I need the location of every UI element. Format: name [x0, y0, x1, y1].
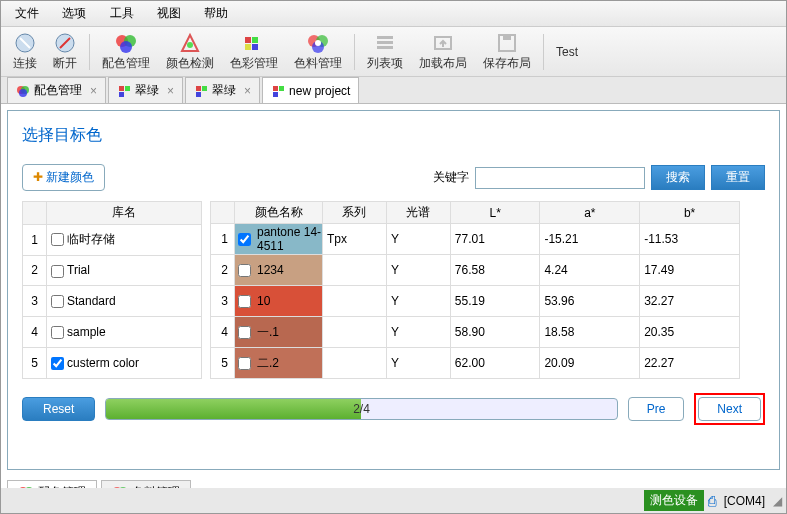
tab-icon [117, 84, 131, 98]
svg-rect-31 [273, 92, 278, 97]
lib-header: 库名 [47, 202, 202, 225]
svg-point-4 [120, 41, 132, 53]
svg-rect-28 [196, 92, 201, 97]
library-row[interactable]: 3Standard [23, 286, 202, 317]
tab-icon [194, 84, 208, 98]
library-row[interactable]: 4sample [23, 317, 202, 348]
search-button[interactable]: 搜索 [651, 165, 705, 190]
reset-search-button[interactable]: 重置 [711, 165, 765, 190]
svg-point-5 [187, 42, 193, 48]
list-items-button[interactable]: 列表项 [359, 29, 411, 74]
keyword-label: 关键字 [433, 169, 469, 186]
menu-view[interactable]: 视图 [147, 3, 191, 24]
tab-green-2[interactable]: 翠绿× [185, 77, 260, 103]
disconnect-button[interactable]: 断开 [45, 29, 85, 74]
library-table: 库名 1临时存储2Trial3Standard4sample5custerm c… [22, 201, 202, 379]
svg-rect-14 [377, 36, 393, 39]
svg-rect-25 [119, 92, 124, 97]
library-row[interactable]: 2Trial [23, 255, 202, 286]
color-checkbox[interactable] [238, 357, 251, 370]
color-table: 颜色名称 系列 光谱 L* a* b* 1pantone 14-4511TpxY… [210, 201, 740, 379]
tab-close-icon[interactable]: × [240, 84, 251, 98]
menu-options[interactable]: 选项 [52, 3, 96, 24]
connect-icon [13, 31, 37, 55]
port-label: [COM4] [720, 494, 769, 508]
svg-rect-6 [245, 37, 251, 43]
list-icon [373, 31, 397, 55]
tab-icon [271, 84, 285, 98]
svg-rect-15 [377, 41, 393, 44]
svg-rect-26 [196, 86, 201, 91]
lib-checkbox[interactable] [51, 265, 64, 278]
tab-bar: 配色管理× 翠绿× 翠绿× new project [1, 77, 786, 104]
detect-icon [178, 31, 202, 55]
lib-checkbox[interactable] [51, 295, 64, 308]
svg-rect-7 [252, 37, 258, 43]
color-checkbox[interactable] [238, 233, 251, 246]
color-mgmt2-button[interactable]: 色彩管理 [222, 29, 286, 74]
material-mgmt-button[interactable]: 色料管理 [286, 29, 350, 74]
palette-icon [242, 31, 266, 55]
color-checkbox[interactable] [238, 264, 251, 277]
color-mgmt-button[interactable]: 配色管理 [94, 29, 158, 74]
tab-color-mgmt[interactable]: 配色管理× [7, 77, 106, 103]
library-row[interactable]: 5custerm color [23, 348, 202, 379]
progress-text: 2/4 [106, 402, 616, 416]
load-icon [431, 31, 455, 55]
svg-rect-16 [377, 46, 393, 49]
menu-help[interactable]: 帮助 [194, 3, 238, 24]
material-icon [306, 31, 330, 55]
color-row[interactable]: 1pantone 14-4511TpxY77.01-15.21-11.53 [211, 224, 740, 255]
svg-point-13 [315, 40, 321, 46]
color-row[interactable]: 5二.2Y62.0020.0922.27 [211, 348, 740, 379]
usb-icon: ⎙ [708, 493, 716, 509]
color-detect-button[interactable]: 颜色检测 [158, 29, 222, 74]
tab-new-project[interactable]: new project [262, 77, 359, 103]
lib-checkbox[interactable] [51, 357, 64, 370]
color-checkbox[interactable] [238, 295, 251, 308]
svg-rect-19 [503, 35, 511, 40]
menu-bar: 文件 选项 工具 视图 帮助 [1, 1, 786, 27]
connect-button[interactable]: 连接 [5, 29, 45, 74]
new-color-button[interactable]: ✚ 新建颜色 [22, 164, 105, 191]
svg-rect-29 [273, 86, 278, 91]
library-row[interactable]: 1临时存储 [23, 224, 202, 255]
test-button[interactable]: Test [548, 43, 586, 61]
svg-rect-27 [202, 86, 207, 91]
color-row[interactable]: 4一.1Y58.9018.5820.35 [211, 317, 740, 348]
tab-close-icon[interactable]: × [86, 84, 97, 98]
panel-title: 选择目标色 [22, 125, 765, 146]
progress-bar: 2/4 [105, 398, 617, 420]
color-row[interactable]: 310Y55.1953.9632.27 [211, 286, 740, 317]
plus-icon: ✚ [33, 170, 43, 184]
status-bar: 测色设备 ⎙ [COM4] ◢ [1, 488, 786, 513]
svg-rect-23 [119, 86, 124, 91]
save-icon [495, 31, 519, 55]
device-status: 测色设备 [644, 490, 704, 511]
svg-point-22 [19, 89, 27, 97]
main-panel: 选择目标色 ✚ 新建颜色 关键字 搜索 重置 库名 1临时存储2Trial3St… [7, 110, 780, 470]
resize-handle-icon: ◢ [773, 494, 782, 508]
keyword-input[interactable] [475, 167, 645, 189]
svg-rect-8 [245, 44, 251, 50]
lib-checkbox[interactable] [51, 233, 64, 246]
save-layout-button[interactable]: 保存布局 [475, 29, 539, 74]
tab-icon [16, 84, 30, 98]
lib-checkbox[interactable] [51, 326, 64, 339]
disconnect-icon [53, 31, 77, 55]
menu-file[interactable]: 文件 [5, 3, 49, 24]
svg-rect-30 [279, 86, 284, 91]
reset-button[interactable]: Reset [22, 397, 95, 421]
load-layout-button[interactable]: 加载布局 [411, 29, 475, 74]
tab-close-icon[interactable]: × [163, 84, 174, 98]
toolbar: 连接 断开 配色管理 颜色检测 色彩管理 色料管理 列表项 加载布局 保存布局 … [1, 27, 786, 77]
color-checkbox[interactable] [238, 326, 251, 339]
menu-tools[interactable]: 工具 [100, 3, 144, 24]
svg-rect-9 [252, 44, 258, 50]
tab-green-1[interactable]: 翠绿× [108, 77, 183, 103]
svg-rect-24 [125, 86, 130, 91]
color-wheel-icon [114, 31, 138, 55]
color-row[interactable]: 21234Y76.584.2417.49 [211, 255, 740, 286]
pre-button[interactable]: Pre [628, 397, 685, 421]
next-button[interactable]: Next [698, 397, 761, 421]
